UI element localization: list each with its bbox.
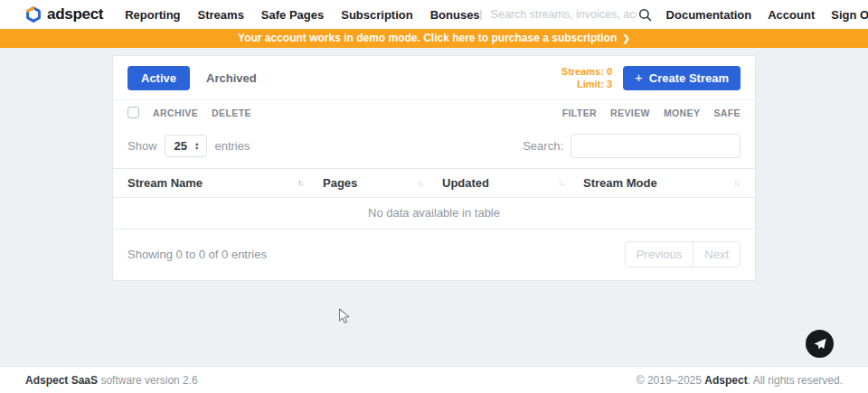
column-header-pages[interactable]: Pages ↑↓ — [323, 176, 442, 190]
demo-mode-banner[interactable]: Your account works in demo mode. Click h… — [0, 29, 868, 48]
select-stepper-icon: ▲ ▼ — [194, 142, 199, 150]
nav-item-reporting[interactable]: Reporting — [125, 8, 180, 22]
page-length-select[interactable]: 25 ▲ ▼ — [165, 135, 208, 157]
table-footer-row: Showing 0 to 0 of 0 entries Previous Nex… — [113, 229, 755, 280]
search-label: Search: — [523, 139, 563, 153]
card-toolbar: Active Archived Streams: 0 Limit: 3 + Cr… — [113, 56, 755, 99]
bulk-actions: ARCHIVE DELETE — [127, 107, 251, 118]
account-link[interactable]: Account — [768, 8, 815, 22]
safe-pages-toggle[interactable]: SAFE — [713, 108, 741, 118]
telegram-button[interactable] — [806, 330, 834, 358]
filter-pages-toggle[interactable]: FILTER — [562, 108, 597, 118]
stream-tabs: Active Archived — [127, 66, 257, 90]
main-content: Active Archived Streams: 0 Limit: 3 + Cr… — [0, 55, 868, 373]
entries-info: Showing 0 to 0 of 0 entries — [127, 248, 267, 261]
top-navbar: adspect Reporting Streams Safe Pages Sub… — [0, 0, 868, 29]
table-empty-message: No data available in table — [113, 198, 755, 229]
copyright-text: © 2019–2025 Adspect. All rights reserved… — [637, 374, 843, 387]
select-all-checkbox[interactable] — [127, 107, 139, 118]
review-pages-toggle[interactable]: REVIEW — [610, 108, 650, 118]
table-actions-row: ARCHIVE DELETE FILTER REVIEW MONEY SAFE — [113, 99, 755, 125]
sort-icon: ↑↓ — [558, 178, 565, 188]
account-links: Documentation Account Sign Out — [666, 8, 868, 22]
sort-icon: ↑↓ — [417, 178, 424, 188]
sign-out-link[interactable]: Sign Out — [831, 8, 868, 22]
language-flag-icon[interactable] — [480, 10, 482, 20]
column-header-updated[interactable]: Updated ↑↓ — [442, 176, 583, 190]
money-pages-toggle[interactable]: MONEY — [664, 108, 701, 118]
search-icon[interactable] — [638, 8, 652, 22]
hexagon-logo-icon — [25, 6, 42, 23]
tab-active[interactable]: Active — [127, 66, 190, 90]
nav-item-safe-pages[interactable]: Safe Pages — [261, 8, 324, 22]
pagination: Previous Next — [625, 241, 741, 267]
streams-card: Active Archived Streams: 0 Limit: 3 + Cr… — [112, 55, 756, 281]
page-length-control: Show 25 ▲ ▼ entries — [127, 135, 250, 157]
column-header-stream-name[interactable]: Stream Name ↑↓ — [127, 176, 323, 190]
nav-item-subscription[interactable]: Subscription — [341, 8, 412, 22]
next-page-button[interactable]: Next — [693, 241, 741, 267]
global-search-input[interactable] — [491, 8, 637, 21]
tab-archived[interactable]: Archived — [206, 71, 257, 85]
stream-limits: Streams: 0 Limit: 3 — [561, 65, 612, 90]
banner-text: Your account works in demo mode. Click h… — [238, 32, 617, 44]
toolbar-right: Streams: 0 Limit: 3 + Create Stream — [561, 65, 741, 90]
column-header-stream-mode[interactable]: Stream Mode ↑↓ — [583, 176, 741, 190]
sort-icon: ↑↓ — [297, 178, 305, 188]
streams-count: Streams: 0 — [561, 65, 612, 78]
table-header-row: Stream Name ↑↓ Pages ↑↓ Updated ↑↓ Strea… — [113, 168, 755, 198]
brand-name: adspect — [47, 5, 103, 23]
create-stream-label: Create Stream — [649, 71, 729, 85]
main-nav: Reporting Streams Safe Pages Subscriptio… — [125, 8, 479, 22]
version-text: Adspect SaaS software version 2.6 — [25, 374, 198, 387]
sort-icon: ↑↓ — [733, 178, 741, 188]
nav-item-streams[interactable]: Streams — [198, 8, 244, 22]
create-stream-button[interactable]: + Create Stream — [623, 66, 741, 90]
documentation-link[interactable]: Documentation — [666, 8, 752, 22]
entries-label: entries — [214, 139, 250, 153]
previous-page-button[interactable]: Previous — [625, 241, 694, 267]
nav-item-bonuses[interactable]: Bonuses — [430, 8, 480, 22]
table-search-input[interactable] — [571, 134, 741, 158]
page-footer: Adspect SaaS software version 2.6 © 2019… — [0, 366, 868, 393]
plus-icon: + — [635, 72, 643, 83]
mouse-cursor — [338, 308, 351, 329]
streams-limit: Limit: 3 — [561, 78, 612, 90]
archive-action[interactable]: ARCHIVE — [153, 108, 198, 118]
table-search-control: Search: — [523, 134, 741, 158]
delete-action[interactable]: DELETE — [212, 108, 251, 118]
telegram-plane-icon — [813, 337, 827, 351]
chevron-right-icon: ❯ — [623, 33, 630, 43]
table-controls-row: Show 25 ▲ ▼ entries Search: — [113, 125, 755, 168]
adspect-logo[interactable]: adspect — [25, 5, 103, 23]
page-length-value: 25 — [175, 139, 187, 153]
show-label: Show — [127, 139, 157, 153]
page-filters: FILTER REVIEW MONEY SAFE — [562, 108, 741, 118]
